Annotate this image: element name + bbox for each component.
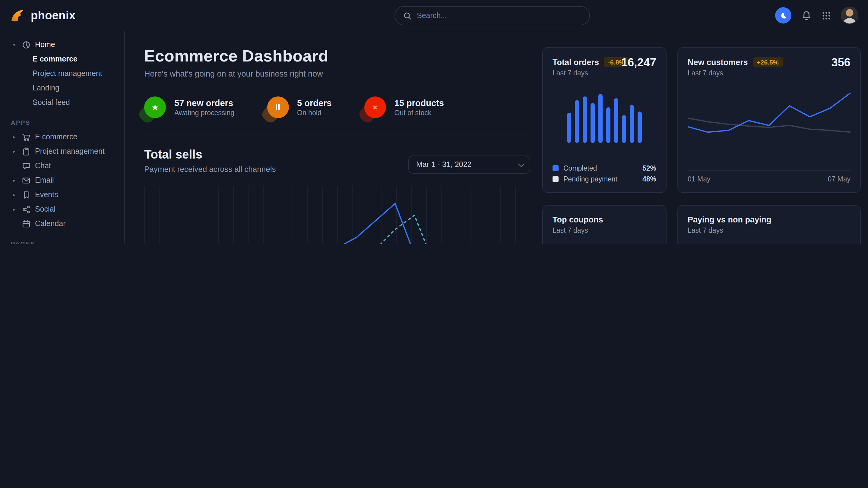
sidebar-item-landing[interactable]: Landing — [0, 81, 124, 95]
bar — [614, 98, 618, 143]
bar — [598, 94, 602, 143]
total-orders-legend: Completed52%Pending payment48% — [553, 165, 656, 183]
page-title: Ecommerce Dashboard — [144, 47, 530, 66]
sidebar-item-label: Project management — [35, 147, 105, 156]
theme-toggle-button[interactable] — [775, 7, 792, 24]
calendar-icon — [22, 219, 31, 228]
bar — [575, 100, 579, 143]
bar — [567, 113, 571, 143]
navbar-search[interactable] — [395, 6, 590, 25]
sidebar-item-e-commerce[interactable]: ▸E commerce — [0, 130, 124, 144]
total-sells-chart — [144, 186, 530, 244]
sidebar-item-project-management[interactable]: ▸Project management — [0, 144, 124, 159]
sidebar-item-label: E commerce — [35, 133, 77, 141]
x-label: 01 May — [688, 175, 710, 183]
brand-name: phoenix — [31, 9, 76, 22]
legend-label: Completed — [563, 165, 597, 172]
card-title: New customers — [688, 58, 748, 67]
phoenix-logo-icon — [10, 7, 25, 23]
legend-swatch-icon — [553, 176, 559, 182]
top-coupons-donut: 72% — [573, 241, 636, 244]
sidebar-item-email[interactable]: ▸Email — [0, 173, 124, 188]
caret-icon: ▾ — [11, 42, 18, 47]
caret-icon: ▸ — [11, 192, 18, 198]
new-customers-value: 356 — [832, 56, 850, 69]
user-avatar[interactable] — [841, 7, 858, 24]
legend-value: 52% — [642, 165, 656, 172]
total-sells-title: Total sells — [144, 148, 276, 162]
bell-icon[interactable] — [801, 10, 812, 21]
stat-value: 57 new orders — [174, 98, 234, 108]
new-customers-x-labels: 01 May 07 May — [688, 170, 850, 183]
sidebar-item-label: Email — [35, 176, 54, 185]
card-period: Last 7 days — [688, 69, 850, 76]
pie-chart-icon — [22, 40, 31, 49]
legend-item: Completed52% — [553, 165, 656, 172]
search-icon — [403, 11, 412, 20]
sidebar-item-chat[interactable]: Chat — [0, 159, 124, 173]
sidebar-item-e-commerce[interactable]: E commerce — [0, 52, 124, 66]
sidebar-item-project-management[interactable]: Project management — [0, 66, 124, 81]
bar — [583, 96, 587, 143]
stat-caption: On hold — [297, 109, 332, 116]
new-customers-card: New customers +26.5% 356 Last 7 days 01 … — [677, 47, 861, 193]
sidebar-item-home[interactable]: ▾Home — [0, 37, 124, 52]
date-range-select[interactable]: Mar 1 - 31, 2022 — [408, 156, 530, 174]
sidebar-section-label: PAGES — [11, 240, 124, 244]
brand[interactable]: phoenix — [10, 7, 76, 23]
envelope-icon — [22, 176, 31, 185]
bar — [622, 115, 626, 143]
card-title: Top coupons — [553, 215, 603, 224]
stat-value: 15 products — [395, 98, 444, 108]
paying-card: Paying vs non paying Last 7 days Paying … — [677, 205, 861, 244]
sidebar-item-social[interactable]: ▸Social — [0, 202, 124, 217]
card-period: Last 7 days — [553, 69, 656, 76]
legend-swatch-icon — [553, 165, 559, 171]
card-title: Paying vs non paying — [688, 215, 772, 224]
legend-value: 48% — [642, 175, 656, 183]
stat-item: ×15 productsOut of stock — [364, 96, 444, 118]
sidebar-item-label: Home — [35, 40, 55, 49]
new-customers-chart-svg — [688, 86, 850, 157]
share-icon — [22, 205, 31, 214]
card-title: Total orders — [553, 58, 599, 67]
stat-item: 5 ordersOn hold — [267, 96, 332, 118]
stat-value: 5 orders — [297, 98, 332, 108]
paying-gauge — [724, 239, 814, 244]
sidebar: ▾HomeE commerceProject managementLanding… — [0, 31, 125, 244]
new-customers-badge: +26.5% — [753, 57, 783, 67]
app: phoenix ▾HomeE commerceProject managemen… — [0, 0, 868, 244]
donut-center-label: 72% — [573, 241, 636, 244]
page-subtitle: Here's what's going on at your business … — [144, 69, 530, 78]
total-orders-value: 16,247 — [621, 56, 656, 69]
sidebar-item-label: Calendar — [35, 220, 65, 228]
legend-item: Pending payment48% — [553, 175, 656, 183]
sidebar-item-social-feed[interactable]: Social feed — [0, 95, 124, 110]
legend-label: Pending payment — [563, 175, 617, 183]
total-sells-chart-svg — [144, 186, 530, 244]
kpi-cards: Total orders -6.8% 16,247 Last 7 days Co… — [542, 47, 861, 244]
x-label: 07 May — [828, 175, 850, 183]
moon-icon — [779, 11, 787, 20]
stat-caption: Out of stock — [395, 109, 444, 116]
new-customers-chart — [688, 86, 850, 157]
sidebar-item-calendar[interactable]: Calendar — [0, 217, 124, 231]
total-orders-card: Total orders -6.8% 16,247 Last 7 days Co… — [542, 47, 666, 193]
sidebar-item-label: Social — [35, 205, 56, 214]
caret-icon: ▸ — [11, 148, 18, 154]
gauge-chart-svg — [724, 239, 814, 244]
x-icon: × — [364, 96, 386, 118]
sidebar-item-label: Chat — [35, 162, 51, 170]
bar — [638, 111, 642, 143]
navbar-search-input[interactable] — [417, 11, 582, 20]
top-coupons-card: Top coupons Last 7 days 72% Percentage d… — [542, 205, 666, 244]
card-period: Last 7 days — [553, 227, 656, 234]
bar — [630, 105, 634, 143]
apps-grid-icon[interactable] — [822, 10, 831, 20]
navbar-actions — [775, 7, 858, 24]
bookmark-icon — [22, 190, 31, 199]
main-content: Ecommerce Dashboard Here's what's going … — [125, 31, 868, 244]
sidebar-item-events[interactable]: ▸Events — [0, 188, 124, 202]
clipboard-icon — [22, 147, 31, 156]
caret-icon: ▸ — [11, 177, 18, 183]
